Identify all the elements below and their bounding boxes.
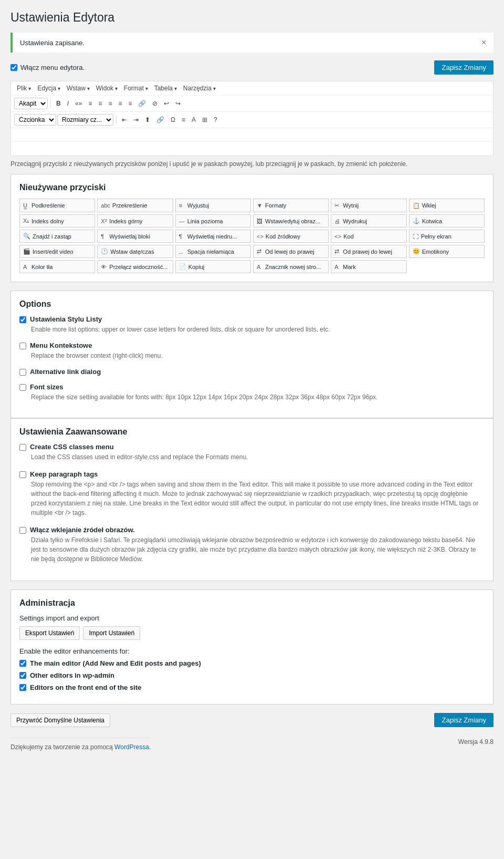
enhance-1-checkbox[interactable] (19, 660, 26, 667)
adv-1-label[interactable]: Create CSS classes menu (19, 443, 485, 451)
unused-btn-datetime[interactable]: 🕐Wstaw datę/czas (97, 245, 173, 258)
bold-btn[interactable]: B (54, 99, 64, 108)
unused-btn-justify[interactable]: ≡Wyjustuj (175, 199, 251, 212)
option-1-text: Ustawienia Stylu Listy (30, 315, 102, 323)
help-btn[interactable]: ? (211, 115, 220, 125)
align-right-btn[interactable]: ≡ (125, 99, 134, 108)
menu-tabela[interactable]: Tabela (152, 84, 180, 93)
rtl-icon: ⇄ (334, 248, 341, 255)
export-btn[interactable]: Eksport Ustawień (19, 626, 80, 640)
paragraph-select[interactable]: Akapit (14, 98, 48, 109)
ul-btn[interactable]: ≡ (86, 99, 94, 108)
option-4-label[interactable]: Font sizes (19, 383, 485, 391)
dismiss-icon[interactable]: × (481, 38, 486, 47)
unused-btn-subscript[interactable]: X₂Indeks dolny (19, 214, 95, 227)
bgcolor-icon: A (23, 264, 29, 270)
align-center-btn[interactable]: ≡ (116, 99, 124, 108)
menu-narzedzia[interactable]: Narzędzia (181, 84, 218, 93)
upload-btn[interactable]: ⬆ (142, 115, 153, 125)
option-1-checkbox[interactable] (19, 316, 26, 323)
quote-btn[interactable]: «» (72, 99, 85, 108)
outdent-btn[interactable]: ⇤ (119, 115, 130, 125)
save-button-bottom[interactable]: Zapisz Zmiany (434, 713, 494, 727)
unused-btn-nbsp[interactable]: ⎵Spacja niełamiąca (175, 245, 251, 258)
font-size-select[interactable]: Rozmiary cz... (57, 114, 113, 126)
enhance-2-checkbox[interactable] (19, 672, 26, 679)
unused-btn-copy[interactable]: 📄Kopiuj (175, 260, 251, 273)
adv-3-label[interactable]: Włącz wklejanie źródeł obrazów. (19, 526, 485, 534)
option-1-label[interactable]: Ustawienia Stylu Listy (19, 315, 485, 323)
footer-link[interactable]: WordPressa. (114, 743, 151, 751)
link2-btn[interactable]: 🔗 (154, 115, 167, 125)
adv-1-checkbox[interactable] (19, 444, 26, 451)
unused-btn-emoji[interactable]: 😊Emotikony (409, 245, 485, 258)
import-btn[interactable]: Import Ustawień (83, 626, 140, 640)
option-2-checkbox[interactable] (19, 343, 26, 349)
advanced-title: Ustawienia Zaawansowane (19, 427, 485, 437)
adv-3-checkbox[interactable] (19, 527, 26, 534)
menu-edycja[interactable]: Edycja (35, 84, 63, 93)
indent-btn[interactable]: ⇥ (131, 115, 141, 125)
fontcolor-btn[interactable]: A (189, 115, 198, 125)
undo-btn[interactable]: ↩ (161, 99, 172, 108)
unused-btn-blocks[interactable]: ¶Wyświetlaj bloki (97, 230, 173, 243)
font-select[interactable]: Czcionka (14, 114, 56, 126)
unused-btn-visibility[interactable]: 👁Przełącz widoczność... (97, 260, 173, 273)
adv-2-checkbox[interactable] (19, 471, 26, 478)
ol-btn[interactable]: ≡ (96, 99, 104, 108)
table-btn[interactable]: ⊞ (200, 115, 210, 125)
unused-btn-underline[interactable]: U̲Podkreślenie (19, 199, 95, 212)
unused-btn-anchor[interactable]: ⚓Kotwica (409, 214, 485, 227)
option-4-checkbox[interactable] (19, 384, 26, 391)
menu-plik[interactable]: Plik (14, 84, 34, 93)
menu-wstaw[interactable]: Wstaw (64, 84, 92, 93)
link-btn[interactable]: 🔗 (135, 99, 149, 108)
options-title: Options (19, 299, 485, 309)
unused-btn-cut[interactable]: ✂Wytnij (331, 199, 406, 212)
menu-widok[interactable]: Widok (93, 84, 120, 93)
unused-btn-video[interactable]: 🎬Insert/edit video (19, 245, 95, 258)
enable-menu-label[interactable]: Włącz menu edytora. (10, 64, 434, 71)
unused-btn-print[interactable]: 🖨Wydrukuj (331, 214, 406, 227)
enhance-3-checkbox[interactable] (19, 684, 26, 691)
unused-btn-ltr[interactable]: ⇄Od lewej do prawej (253, 245, 329, 258)
unused-btn-bgcolor[interactable]: AKolor tła (19, 260, 95, 273)
reset-btn[interactable]: Przywróć Domyślne Ustawienia (10, 713, 110, 727)
align-left-btn[interactable]: ≡ (106, 99, 114, 108)
adv-2-label[interactable]: Keep paragraph tags (19, 470, 485, 478)
menu-format[interactable]: Format (121, 84, 151, 93)
unused-btn-codesrc[interactable]: <>Kod źródłowy (253, 230, 329, 243)
redo-btn[interactable]: ↪ (173, 99, 183, 108)
unused-btn-strikethrough[interactable]: abcPrzekreślenie (97, 199, 173, 212)
unused-btn-rtl[interactable]: ⇄Od prawej do lewej (331, 245, 406, 258)
unused-btn-hr[interactable]: —Linia pozioma (175, 214, 251, 227)
hr-icon: — (179, 218, 185, 224)
unused-btn-paste[interactable]: 📋Wklej (409, 199, 485, 212)
option-3-checkbox[interactable] (19, 369, 26, 376)
enable-menu-checkbox[interactable] (10, 64, 17, 71)
option-2-label[interactable]: Menu Kontekstowe (19, 341, 485, 349)
unused-btn-pagebreak[interactable]: AZnacznik nowej stro... (253, 260, 329, 273)
option-3-label[interactable]: Alternative link dialog (19, 368, 485, 376)
unused-btn-nonprint[interactable]: ¶Wyświetlaj niedru... (175, 230, 251, 243)
adv-3-desc: Działa tylko w Firefoksie i Safari. Te p… (31, 535, 485, 564)
enhance-3-text: Editors on the front end of the site (30, 684, 141, 691)
unused-btn-formats[interactable]: ▼Formaty (253, 199, 329, 212)
unused-btn-mark[interactable]: AMark (331, 260, 406, 273)
omega-btn[interactable]: Ω (168, 115, 178, 125)
save-button-top[interactable]: Zapisz Zmiany (434, 60, 494, 75)
adv-row-2: Keep paragraph tags Stop removing the <p… (19, 470, 485, 518)
unused-btn-insertimage[interactable]: 🖼Wstaw/edytuj obraz... (253, 214, 329, 227)
unused-btn-fullscreen[interactable]: ⛶Pełny ekran (409, 230, 485, 243)
unused-btn-findreplace[interactable]: 🔍Znajdź i zastąp (19, 230, 95, 243)
unlink-btn[interactable]: ⊘ (150, 99, 160, 108)
unused-btn-code[interactable]: <>Kod (331, 230, 406, 243)
video-icon: 🎬 (23, 248, 30, 255)
hr-btn[interactable]: ≡ (179, 115, 188, 125)
footer-text: Dziękujemy za tworzenie za pomocą WordPr… (10, 738, 151, 751)
unused-btn-superscript[interactable]: X²Indeks górny (97, 214, 173, 227)
options-section: Options Ustawienia Stylu Listy Enable mo… (10, 291, 494, 418)
italic-btn[interactable]: I (65, 99, 71, 108)
ltr-icon: ⇄ (257, 248, 263, 255)
paste-icon: 📋 (413, 202, 420, 209)
